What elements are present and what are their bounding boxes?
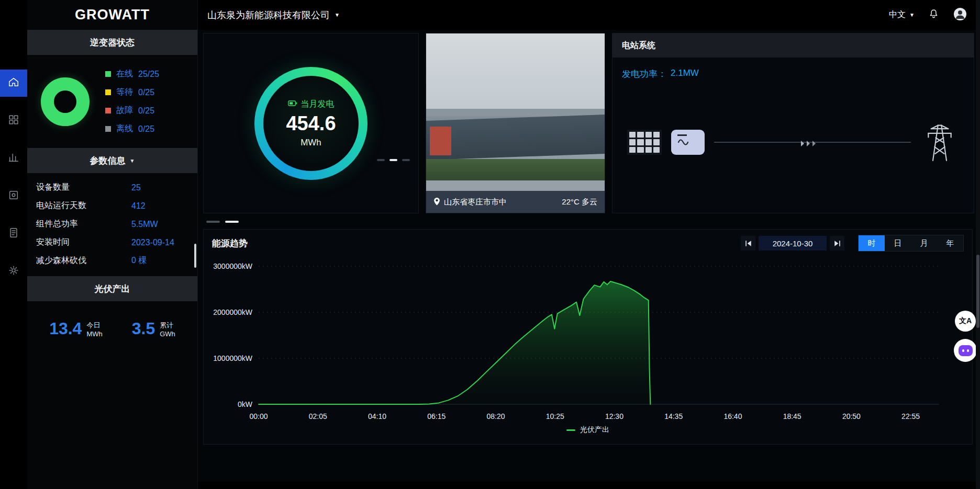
param-value: 412 — [131, 201, 146, 211]
brand-logo: GROWATT — [27, 0, 197, 30]
energy-trend-panel: 能源趋势 2024-10-30 时 日 月 年 0kW1000000kW2000… — [203, 229, 973, 445]
inverter-status-title: 逆变器状态 — [90, 37, 135, 49]
user-menu-button[interactable] — [953, 7, 967, 24]
tab-month[interactable]: 月 — [911, 235, 937, 251]
energy-trend-header: 能源趋势 2024-10-30 时 日 月 年 — [204, 230, 972, 257]
param-value: 5.5MW — [131, 220, 158, 229]
rail-item-reports[interactable] — [0, 145, 27, 172]
inverter-icon — [671, 130, 705, 155]
param-row: 组件总功率 5.5MW — [27, 215, 197, 233]
language-selector[interactable]: 中文 ▼ — [889, 9, 915, 20]
fault-swatch — [105, 108, 111, 113]
svg-text:18:45: 18:45 — [783, 412, 801, 420]
param-label: 电站运行天数 — [36, 200, 131, 211]
cards-carousel-dots — [206, 221, 980, 223]
carousel-dot[interactable] — [402, 159, 410, 161]
params-title: 参数信息 — [90, 155, 126, 167]
legend-count: 0/25 — [138, 124, 154, 134]
param-value: 2023-09-14 — [131, 238, 174, 247]
energy-trend-title: 能源趋势 — [212, 237, 248, 249]
legend-label: 等待 — [116, 87, 133, 98]
pv-today-labels: 今日 MWh — [86, 320, 102, 339]
carousel-dot[interactable] — [206, 221, 220, 223]
topbar-right: 中文 ▼ — [889, 7, 967, 24]
tab-hour[interactable]: 时 — [859, 235, 885, 251]
gauge-carousel-dots — [377, 159, 410, 161]
top-cards-row: 当月发电 454.6 MWh — [203, 33, 980, 213]
pv-output-header: 光伏产出 — [27, 276, 197, 301]
date-picker[interactable]: 2024-10-30 — [759, 236, 827, 251]
params-header[interactable]: 参数信息 ▼ — [27, 148, 197, 173]
trend-period-tabs: 时 日 月 年 — [858, 235, 964, 252]
station-system-header: 电站系统 — [612, 33, 974, 58]
pv-today: 13.4 今日 MWh — [49, 320, 103, 339]
svg-text:06:15: 06:15 — [427, 412, 446, 420]
carousel-dot[interactable] — [225, 221, 239, 223]
plant-selector[interactable]: 山东泉为新能源科技有限公司 ▼ — [207, 9, 340, 21]
pv-period-label: 累计 — [160, 321, 175, 330]
rail-item-home[interactable] — [0, 70, 27, 97]
legend-count: 0/25 — [138, 106, 154, 116]
sidebar: GROWATT 逆变器状态 在线 25/25 等待 0/25 故障 0/25 — [27, 0, 198, 489]
assistant-robot-button[interactable] — [954, 339, 977, 362]
rail-item-settings[interactable] — [0, 258, 27, 285]
gauge-unit: MWh — [300, 138, 321, 148]
gauge-label: 当月发电 — [301, 99, 335, 110]
svg-text:02:05: 02:05 — [309, 412, 327, 420]
flow-arrows-icon — [800, 139, 819, 149]
rail-item-logs[interactable] — [0, 220, 27, 247]
device-icon — [8, 189, 19, 203]
translate-icon: 文A — [959, 316, 972, 326]
param-row: 设备数量 25 — [27, 178, 197, 197]
legend-item-online: 在线 25/25 — [105, 69, 159, 79]
previous-date-button[interactable] — [741, 236, 755, 251]
legend-label: 在线 — [116, 69, 133, 79]
page-scrollbar — [976, 0, 980, 489]
photo-red-building — [430, 127, 451, 155]
legend-item-offline: 离线 0/25 — [105, 123, 159, 134]
svg-text:10:25: 10:25 — [546, 412, 564, 420]
chevron-down-icon: ▼ — [130, 158, 135, 164]
pv-output-body: 13.4 今日 MWh 3.5 累计 GWh — [27, 301, 197, 358]
generation-power-row: 发电功率： 2.1MW — [612, 58, 974, 80]
legend-label: 离线 — [116, 123, 133, 134]
translate-button[interactable]: 文A — [955, 311, 976, 332]
next-date-button[interactable] — [830, 236, 844, 251]
pv-total-labels: 累计 GWh — [160, 320, 175, 339]
svg-text:12:30: 12:30 — [605, 412, 623, 420]
chevron-down-icon: ▼ — [335, 12, 340, 18]
apps-grid-icon — [8, 114, 19, 128]
tab-year[interactable]: 年 — [937, 235, 963, 251]
online-swatch — [105, 71, 111, 77]
tab-day[interactable]: 日 — [885, 235, 911, 251]
inverter-status-header: 逆变器状态 — [27, 30, 197, 55]
energy-flow-line — [714, 142, 911, 143]
notifications-button[interactable] — [928, 8, 939, 21]
gauge-label-row: 当月发电 — [288, 99, 335, 110]
pv-period-label: 今日 — [86, 321, 102, 330]
carousel-dot[interactable] — [389, 159, 397, 161]
svg-text:08:20: 08:20 — [486, 412, 505, 420]
location-pin-icon — [433, 197, 440, 207]
station-system-title: 电站系统 — [622, 40, 655, 51]
plant-location: 山东省枣庄市市中 — [444, 197, 507, 207]
rail-item-plants[interactable] — [0, 107, 27, 134]
pv-total: 3.5 累计 GWh — [132, 320, 175, 339]
param-label: 安装时间 — [36, 237, 131, 248]
carousel-dot[interactable] — [377, 159, 385, 161]
param-row: 减少森林砍伐 0 棵 — [27, 252, 197, 270]
offline-swatch — [105, 126, 111, 132]
svg-text:16:40: 16:40 — [723, 412, 742, 420]
page-scrollbar-thumb[interactable] — [976, 255, 979, 328]
param-row: 电站运行天数 412 — [27, 197, 197, 215]
svg-text:14:35: 14:35 — [664, 412, 683, 420]
generation-power-value: 2.1MW — [671, 68, 699, 80]
monthly-generation-card: 当月发电 454.6 MWh — [203, 33, 419, 213]
rail-item-devices[interactable] — [0, 183, 27, 210]
photo-solar-roof — [426, 115, 605, 161]
legend-count: 0/25 — [138, 88, 154, 97]
sidebar-scrollbar-thumb[interactable] — [194, 244, 196, 268]
pv-unit-label: MWh — [86, 330, 102, 339]
user-avatar-icon — [953, 14, 967, 23]
pv-total-value: 3.5 — [132, 320, 155, 337]
